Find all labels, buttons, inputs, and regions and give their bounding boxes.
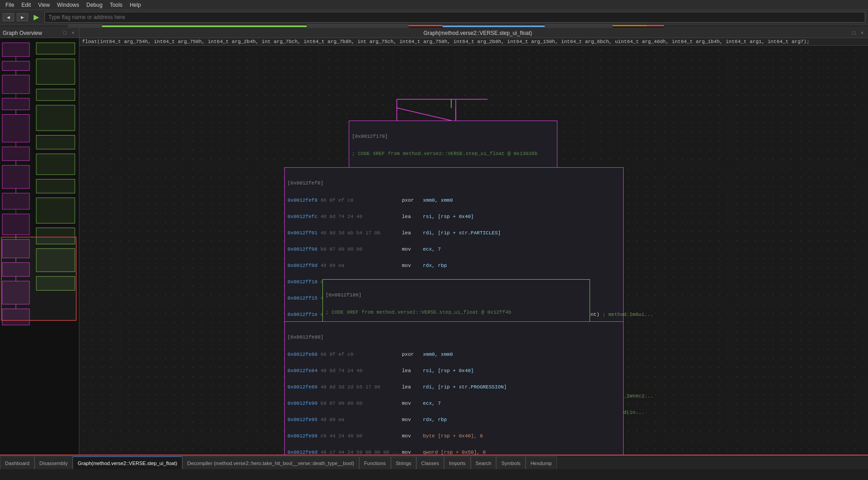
svg-rect-3: [2, 98, 29, 110]
navstrip-segment-6: [409, 25, 443, 26]
svg-rect-2: [2, 75, 29, 94]
asm-line: 0x0012ff08 b9 07 00 00 00 mov ecx, 7: [288, 247, 620, 252]
navstrip-segment-5: [341, 24, 409, 28]
block-header-fe80: [0x0012fe80]: [288, 335, 620, 340]
navstrip-segment-1: [0, 24, 68, 28]
block-comment-f186: ; CODE XREF from method.verse2::VERSE.st…: [326, 310, 587, 315]
forward-button[interactable]: ►: [17, 13, 28, 21]
navstrip: [0, 24, 868, 28]
tab-hexdump[interactable]: Hexdump: [526, 456, 557, 469]
minimap-container: [0, 38, 79, 455]
navstrip-segment-2: [68, 24, 102, 28]
svg-line-38: [397, 108, 451, 121]
graph-overview-title: Graph Overview: [3, 30, 42, 36]
graph-canvas[interactable]: [0x0012f179] ; CODE XREF from method.ver…: [79, 46, 868, 455]
tab-classes[interactable]: Classes: [416, 456, 444, 469]
asm-line: 0x0012fe95 48 89 ea mov rdx, rbp: [288, 417, 620, 422]
navstrip-segment-7: [443, 25, 545, 27]
svg-rect-15: [36, 89, 75, 101]
svg-rect-16: [36, 105, 75, 131]
block-header-f186: [0x0012f186]: [326, 292, 587, 298]
asm-line: 0x0012fe9d 48 c7 44 24 50 00 00 00 ..mov…: [288, 450, 620, 455]
svg-rect-7: [2, 193, 29, 209]
svg-rect-14: [36, 59, 75, 84]
menu-windows[interactable]: Windows: [54, 1, 83, 9]
menu-edit[interactable]: Edit: [18, 1, 34, 9]
svg-rect-1: [2, 61, 29, 70]
graph-main-panel: Graph(method.verse2::VERSE.step_ui_float…: [79, 28, 868, 455]
graph-main-title: Graph(method.verse2::VERSE.step_ui_float…: [105, 30, 851, 36]
tab-decompiler[interactable]: Decompiler (method.verse2::hero.take_hit…: [182, 456, 359, 469]
address-input[interactable]: [44, 12, 865, 23]
block-header-fef8: [0x0012fef8]: [288, 180, 620, 186]
tab-search[interactable]: Search: [471, 456, 497, 469]
svg-rect-6: [2, 165, 29, 189]
navstrip-segment-8: [545, 24, 613, 28]
run-button[interactable]: ▶: [31, 12, 42, 22]
main-layout: Graph Overview □ ×: [0, 28, 868, 455]
asm-line: 0x0012fe80 66 0f ef c0 pxor xmm0, xmm0: [288, 352, 620, 357]
function-signature: float(int64_t arg_754h, int64_t arg_750h…: [79, 38, 868, 46]
svg-rect-0: [2, 43, 29, 57]
graph-overview-controls: □ ×: [62, 30, 76, 36]
tab-imports[interactable]: Imports: [444, 456, 471, 469]
navstrip-segment-3: [102, 25, 306, 27]
toolbar: ◄ ► ▶: [0, 10, 868, 24]
svg-rect-8: [2, 214, 29, 235]
tab-symbols[interactable]: Symbols: [496, 456, 525, 469]
overview-canvas[interactable]: [0, 38, 79, 455]
navstrip-segment-11: [664, 24, 868, 28]
navstrip-segment-4: [307, 24, 341, 28]
graph-overview-panel: Graph Overview □ ×: [0, 28, 79, 455]
menu-debug[interactable]: Debug: [83, 1, 106, 9]
graph-minimize-button[interactable]: □: [851, 30, 857, 36]
tab-dashboard[interactable]: Dashboard: [0, 456, 34, 469]
signature-text: float(int64_t arg_754h, int64_t arg_750h…: [82, 39, 809, 44]
asm-line: 0x0012fe90 b9 07 00 00 00 mov ecx, 7: [288, 401, 620, 406]
asm-line: 0x0012fe98 c6 44 24 40 00 mov byte [rsp …: [288, 433, 620, 439]
menu-tools[interactable]: Tools: [106, 1, 126, 9]
asm-line: 0x0012ff01 48 8d 3d ab b4 17 00 lea rdi,…: [288, 230, 620, 236]
graph-title-bar: Graph(method.verse2::VERSE.step_ui_float…: [79, 28, 868, 38]
asm-line: 0x0012fefc 48 8d 74 24 40 lea rsi, [rsp …: [288, 214, 620, 219]
svg-rect-24: [1, 237, 76, 320]
tab-functions[interactable]: Functions: [359, 456, 391, 469]
svg-rect-20: [36, 198, 75, 223]
block-header-f179: [0x0012f179]: [352, 134, 554, 139]
svg-rect-18: [36, 154, 75, 175]
asm-line: 0x0012ff0d 48 89 ea mov rdx, rbp: [288, 263, 620, 268]
bottom-tabs: Dashboard Disassembly Graph(method.verse…: [0, 455, 868, 469]
menu-view[interactable]: View: [34, 1, 54, 9]
tab-strings[interactable]: Strings: [391, 456, 416, 469]
navstrip-segment-10: [647, 25, 664, 26]
svg-rect-5: [2, 147, 29, 161]
asm-line: 0x0012fef8 66 0f ef c0 pxor xmm0, xmm0: [288, 198, 620, 203]
back-button[interactable]: ◄: [3, 13, 14, 21]
overview-close-button[interactable]: ×: [70, 30, 76, 36]
block-comment-f179: ; CODE XREF from method.verse2::VERSE.st…: [352, 151, 554, 156]
asm-block-fe80: [0x0012fe80] 0x0012fe80 66 0f ef c0 pxor…: [284, 321, 624, 455]
tab-disassembly[interactable]: Disassembly: [34, 456, 73, 469]
menu-file[interactable]: File: [2, 1, 18, 9]
navstrip-segment-9: [613, 25, 647, 26]
menu-help[interactable]: Help: [126, 1, 145, 9]
overview-minimize-button[interactable]: □: [62, 30, 68, 36]
graph-main-controls: □ ×: [851, 30, 865, 36]
svg-rect-17: [36, 135, 75, 149]
minimap-svg: [0, 38, 79, 455]
svg-rect-13: [36, 43, 75, 54]
graph-close-button[interactable]: ×: [859, 30, 865, 36]
svg-rect-4: [2, 114, 29, 142]
graph-overview-header: Graph Overview □ ×: [0, 28, 79, 38]
asm-line: 0x0012fe89 48 8d 3d 2d b5 17 00 lea rdi,…: [288, 384, 620, 390]
asm-line: 0x0012fe84 48 8d 74 24 40 lea rsi, [rsp …: [288, 368, 620, 373]
tab-graph[interactable]: Graph(method.verse2::VERSE.step_ui_float…: [73, 456, 182, 469]
menubar: File Edit View Windows Debug Tools Help: [0, 0, 868, 10]
svg-rect-19: [36, 179, 75, 193]
